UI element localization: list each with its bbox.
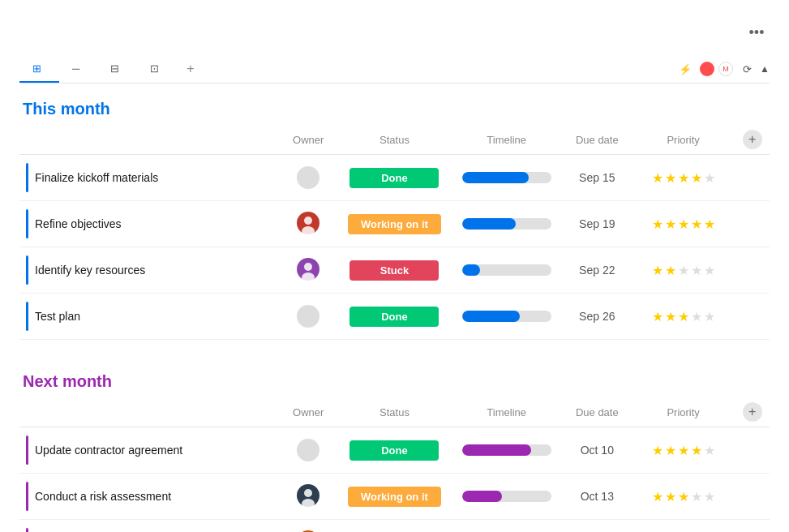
avatar-placeholder (297, 439, 319, 461)
status-badge[interactable]: Working on it (348, 214, 441, 234)
stars: ★★★★★ (638, 489, 729, 504)
owner-cell (278, 474, 338, 520)
automate-button[interactable]: ⟳ ▲ (743, 63, 770, 75)
table-row[interactable]: Conduct a risk assessment Working on it … (19, 474, 770, 520)
due-date-cell: Oct 10 (563, 427, 632, 474)
section-spacer (19, 340, 770, 356)
star-2: ★ (665, 309, 676, 324)
table-row[interactable]: Identify key resources Stuck Sep 22★★★★★ (19, 247, 770, 294)
timeline-cell (451, 201, 563, 247)
timeline-cell (451, 294, 563, 340)
task-border (26, 209, 28, 238)
svg-point-7 (304, 489, 312, 497)
star-3: ★ (678, 263, 689, 278)
timeline-bar-container (462, 444, 551, 456)
star-5: ★ (704, 217, 715, 232)
col-header-owner-nm: Owner (278, 397, 338, 427)
add-tab-button[interactable]: + (177, 55, 204, 83)
status-badge[interactable]: Done (349, 307, 439, 327)
tab-main-table[interactable]: ⊞ (19, 56, 59, 83)
table-row[interactable]: Monitor budget Stuck Oct 19★★★★★ (19, 520, 770, 533)
kanban-icon: ⊟ (110, 62, 119, 75)
star-4: ★ (691, 170, 702, 186)
this-month-table: Owner Status Timeline Due date Priority … (19, 125, 770, 340)
task-name: Refine objectives (35, 217, 122, 230)
status-cell[interactable]: Stuck (338, 247, 450, 294)
status-cell[interactable]: Working on it (338, 474, 450, 520)
table-row[interactable]: Refine objectives Working on it Sep 19★★… (19, 201, 770, 247)
col-header-status-nm: Status (338, 397, 450, 427)
task-border (26, 255, 28, 285)
star-3: ★ (678, 309, 689, 324)
star-4: ★ (691, 309, 702, 324)
task-cell: Update contractor agreement (26, 435, 272, 465)
timeline-bar-fill (462, 218, 516, 230)
tab-timeline[interactable]: ─ (59, 56, 97, 83)
integrate-button[interactable]: ⚡ M (679, 62, 733, 76)
star-2: ★ (665, 443, 676, 458)
due-date-cell: Sep 26 (563, 294, 632, 340)
status-badge[interactable]: Done (349, 440, 439, 461)
task-border (26, 435, 28, 465)
col-header-task (19, 125, 278, 155)
task-cell: Test plan (26, 302, 272, 331)
section-this-month-title: This month (19, 100, 770, 118)
timeline-icon: ─ (72, 62, 79, 75)
stars: ★★★★★ (638, 443, 729, 458)
task-cell: Conduct a risk assessment (26, 482, 272, 511)
timeline-bar-fill (462, 172, 530, 183)
priority-cell: ★★★★★ (632, 201, 735, 247)
page-container: ••• ⊞ ─ ⊟ ⊡ + ⚡ M ⟳ (0, 0, 789, 532)
tabs-row: ⊞ ─ ⊟ ⊡ + ⚡ M ⟳ ▲ (19, 55, 770, 84)
col-header-status: Status (338, 125, 450, 155)
status-cell[interactable]: Working on it (338, 201, 450, 247)
task-cell: Monitor budget (26, 528, 272, 532)
section-this-month: This month Owner Status Timeline Due dat… (19, 100, 770, 340)
col-header-task-nm (19, 397, 278, 427)
table-row[interactable]: Test plan Done Sep 26★★★★★ (19, 294, 770, 340)
star-2: ★ (665, 489, 676, 504)
status-badge[interactable]: Working on it (348, 487, 441, 507)
col-header-priority-nm: Priority (632, 397, 735, 427)
task-border (26, 528, 28, 532)
add-column-button-this-month[interactable]: + (743, 130, 762, 149)
integrate-avatar-monday (700, 62, 714, 76)
timeline-cell (451, 247, 563, 294)
star-5: ★ (704, 170, 715, 186)
star-5: ★ (704, 309, 715, 324)
timeline-bar-container (462, 218, 551, 230)
col-header-add-nm: + (735, 397, 770, 427)
more-button[interactable]: ••• (744, 19, 770, 45)
table-row[interactable]: Finalize kickoff materials Done Sep 15★★… (19, 155, 770, 201)
status-badge[interactable]: Done (349, 168, 439, 188)
tab-kanban[interactable]: ⊟ (97, 56, 137, 83)
priority-cell: ★★★★★ (632, 155, 735, 201)
status-badge[interactable]: Stuck (349, 260, 439, 281)
add-col-cell (735, 247, 770, 294)
timeline-cell (451, 520, 563, 533)
timeline-bar-fill (462, 264, 480, 276)
status-cell[interactable]: Stuck (338, 520, 450, 533)
star-5: ★ (704, 443, 715, 458)
tab-dashboard[interactable]: ⊡ (137, 56, 177, 83)
timeline-bar-fill (462, 444, 532, 456)
status-cell[interactable]: Done (338, 427, 450, 474)
due-date-cell: Sep 19 (563, 201, 632, 247)
owner-cell (278, 155, 338, 201)
next-month-table: Owner Status Timeline Due date Priority … (19, 397, 770, 532)
due-date-cell: Oct 19 (563, 520, 632, 533)
star-4: ★ (691, 217, 702, 232)
stars: ★★★★★ (638, 170, 729, 186)
star-5: ★ (704, 489, 715, 504)
timeline-bar-container (462, 491, 551, 502)
tabs-right: ⚡ M ⟳ ▲ (679, 62, 770, 76)
add-column-button-next-month[interactable]: + (743, 402, 762, 422)
timeline-bar-fill (462, 491, 503, 502)
task-border (26, 482, 28, 511)
integrate-avatar-gmail: M (718, 62, 733, 76)
due-date-cell: Oct 13 (563, 474, 632, 520)
status-cell[interactable]: Done (338, 294, 450, 340)
status-cell[interactable]: Done (338, 155, 450, 201)
table-row[interactable]: Update contractor agreement Done Oct 10★… (19, 427, 770, 474)
task-name: Test plan (35, 310, 80, 323)
